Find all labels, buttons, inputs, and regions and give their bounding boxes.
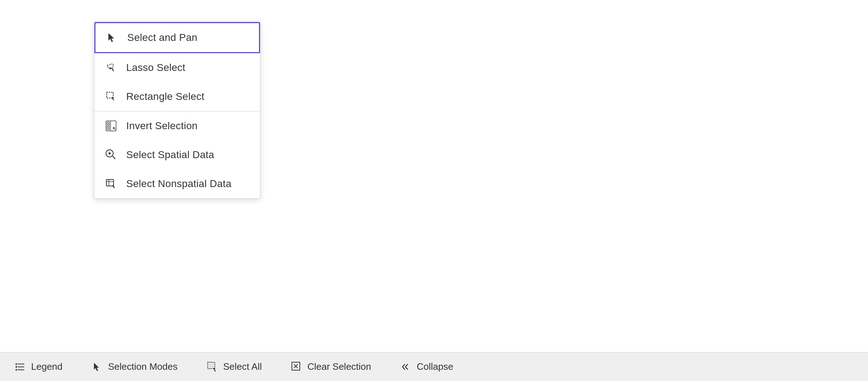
toolbar-item-legend[interactable]: Legend: [11, 352, 77, 381]
svg-rect-20: [16, 369, 17, 371]
rectangle-cursor-icon: [105, 90, 118, 103]
collapse-icon: [400, 361, 412, 373]
legend-icon: [14, 361, 26, 373]
menu-item-label-select-nonspatial-data: Select Nonspatial Data: [126, 178, 231, 190]
toolbar-item-clear-selection[interactable]: Clear Selection: [276, 352, 386, 381]
menu-item-select-nonspatial-data[interactable]: Select Nonspatial Data: [94, 169, 260, 198]
bottom-toolbar: Legend Selection Modes Select All: [0, 352, 868, 381]
lasso-icon: [105, 61, 118, 74]
menu-item-invert-selection[interactable]: Invert Selection: [94, 111, 260, 140]
clear-selection-icon: [291, 361, 302, 373]
svg-rect-13: [106, 179, 114, 186]
svg-rect-16: [16, 363, 17, 365]
select-all-icon: [207, 361, 218, 373]
toolbar-item-collapse[interactable]: Collapse: [386, 352, 468, 381]
menu-item-select-and-pan[interactable]: Select and Pan: [94, 22, 260, 53]
toolbar-item-label-legend: Legend: [31, 361, 63, 372]
spatial-icon: [105, 148, 118, 161]
svg-line-24: [208, 362, 211, 366]
menu-item-label-lasso-select: Lasso Select: [126, 62, 186, 73]
arrow-cursor-icon: [106, 31, 119, 44]
main-area: Select and Pan Lasso Select Rectangle: [0, 0, 868, 352]
toolbar-item-label-select-all: Select All: [223, 361, 262, 372]
svg-rect-22: [208, 362, 215, 369]
toolbar-item-label-selection-modes: Selection Modes: [108, 361, 178, 372]
svg-point-12: [109, 152, 111, 154]
toolbar-item-select-all[interactable]: Select All: [192, 352, 276, 381]
menu-item-rectangle-select[interactable]: Rectangle Select: [94, 82, 260, 111]
svg-rect-18: [16, 366, 17, 368]
menu-item-select-spatial-data[interactable]: Select Spatial Data: [94, 140, 260, 169]
menu-item-label-invert-selection: Invert Selection: [126, 120, 197, 132]
menu-item-label-rectangle-select: Rectangle Select: [126, 91, 204, 102]
nonspatial-icon: [105, 177, 118, 190]
toolbar-item-label-clear-selection: Clear Selection: [307, 361, 371, 372]
menu-item-label-select-spatial-data: Select Spatial Data: [126, 149, 214, 161]
menu-item-label-select-and-pan: Select and Pan: [127, 32, 197, 43]
invert-icon: [105, 119, 118, 132]
dropdown-menu: Select and Pan Lasso Select Rectangle: [94, 22, 260, 199]
menu-item-lasso-select[interactable]: Lasso Select: [94, 53, 260, 82]
svg-line-26: [209, 364, 214, 369]
toolbar-item-selection-modes[interactable]: Selection Modes: [77, 352, 192, 381]
cursor-icon: [92, 361, 103, 373]
toolbar-item-label-collapse: Collapse: [417, 361, 453, 372]
